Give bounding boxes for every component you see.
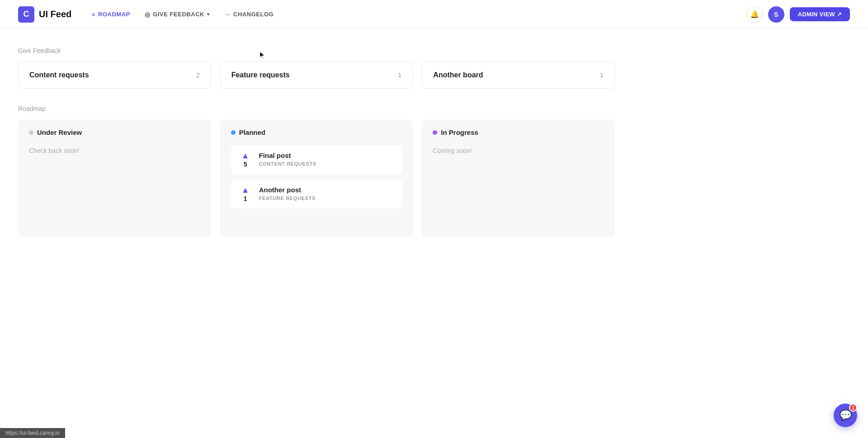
planned-dot xyxy=(231,130,236,135)
boards-row: Content requests 2 Feature requests 1 An… xyxy=(18,62,615,89)
avatar[interactable]: S xyxy=(768,6,784,23)
chat-widget[interactable]: 💬 1 xyxy=(834,404,857,427)
under-review-dot xyxy=(29,130,33,135)
main-nav: ≡ ROADMAP ◎ GIVE FEEDBACK ▾ → CHANGELOG xyxy=(86,8,279,21)
chat-icon: 💬 xyxy=(840,409,852,421)
main-content: Give Feedback Content requests 2 Feature… xyxy=(0,29,633,237)
roadmap-columns: Under Review Check back soon! Planned ▲ … xyxy=(18,119,615,237)
roadmap-col-in-progress: In Progress Coming soon! xyxy=(422,119,615,237)
roadmap-col-planned: Planned ▲ 5 Final post CONTENT REQUESTS xyxy=(220,119,413,237)
bell-icon: 🔔 xyxy=(750,10,759,19)
in-progress-dot xyxy=(433,130,437,135)
nav-roadmap[interactable]: ≡ ROADMAP xyxy=(86,8,136,21)
nav-give-feedback[interactable]: ◎ GIVE FEEDBACK ▾ xyxy=(139,8,215,21)
in-progress-empty: Coming soon! xyxy=(433,145,604,154)
board-card-feature-requests[interactable]: Feature requests 1 xyxy=(220,62,413,89)
chat-badge: 1 xyxy=(849,404,857,412)
feedback-icon: ◎ xyxy=(145,11,151,18)
changelog-icon: → xyxy=(224,11,231,18)
logo-area: C UI Feed xyxy=(18,6,71,23)
chevron-down-icon: ▾ xyxy=(207,12,210,17)
header-right: 🔔 S ADMIN VIEW ↗ xyxy=(746,6,850,23)
under-review-empty: Check back soon! xyxy=(29,145,200,154)
roadmap-col-under-review: Under Review Check back soon! xyxy=(18,119,211,237)
upvote-arrow-another-post: ▲ xyxy=(241,186,250,194)
col-header-under-review: Under Review xyxy=(29,129,200,136)
give-feedback-section: Give Feedback Content requests 2 Feature… xyxy=(18,47,615,89)
roadmap-label: Roadmap xyxy=(18,105,615,112)
vote-box-another-post[interactable]: ▲ 1 xyxy=(238,186,253,202)
board-card-another-board[interactable]: Another board 1 xyxy=(422,62,615,89)
header-left: C UI Feed ≡ ROADMAP ◎ GIVE FEEDBACK ▾ → … xyxy=(18,6,279,23)
post-info-final-post: Final post CONTENT REQUESTS xyxy=(259,152,395,167)
app-title: UI Feed xyxy=(39,9,71,19)
status-bar: https://ui-feed.canny.io xyxy=(0,428,65,438)
post-info-another-post: Another post FEATURE REQUESTS xyxy=(259,186,395,201)
roadmap-icon: ≡ xyxy=(91,11,95,18)
nav-changelog[interactable]: → CHANGELOG xyxy=(219,8,279,21)
col-header-in-progress: In Progress xyxy=(433,129,604,136)
board-card-content-requests[interactable]: Content requests 2 xyxy=(18,62,211,89)
give-feedback-label: Give Feedback xyxy=(18,47,615,54)
header: C UI Feed ≡ ROADMAP ◎ GIVE FEEDBACK ▾ → … xyxy=(0,0,868,29)
admin-view-button[interactable]: ADMIN VIEW ↗ xyxy=(790,7,850,21)
vote-box-final-post[interactable]: ▲ 5 xyxy=(238,152,253,168)
post-item-another-post[interactable]: ▲ 1 Another post FEATURE REQUESTS xyxy=(231,180,402,209)
roadmap-section: Roadmap Under Review Check back soon! Pl… xyxy=(18,105,615,237)
logo-icon[interactable]: C xyxy=(18,6,34,23)
upvote-arrow-final-post: ▲ xyxy=(241,152,250,160)
post-item-final-post[interactable]: ▲ 5 Final post CONTENT REQUESTS xyxy=(231,145,402,174)
col-header-planned: Planned xyxy=(231,129,402,136)
notifications-button[interactable]: 🔔 xyxy=(746,6,763,23)
